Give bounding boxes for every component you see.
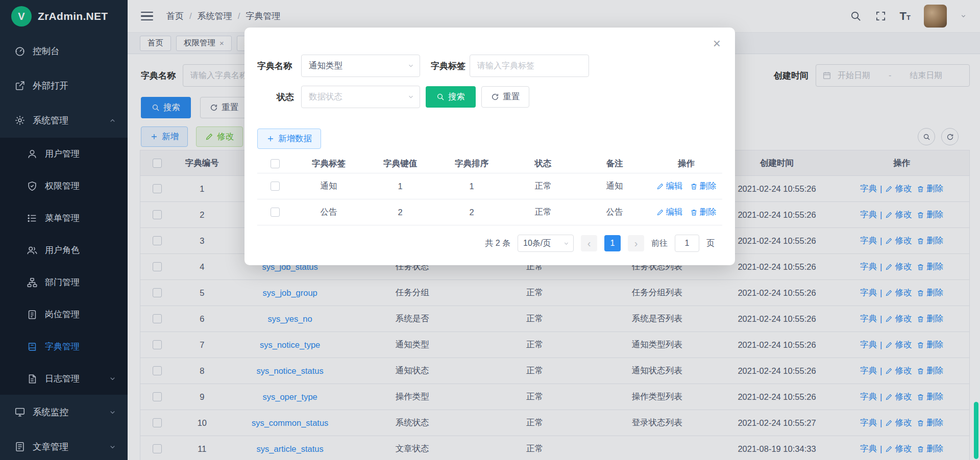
pagination: 共 2 条 10条/页 ‹ 1 › 前往 页 bbox=[257, 235, 715, 252]
modal-reset-button[interactable]: 重置 bbox=[481, 86, 529, 108]
chevron-down-icon bbox=[563, 240, 570, 247]
status-label: 状态 bbox=[257, 91, 294, 103]
goto-page-input[interactable] bbox=[675, 235, 699, 252]
dict-sort-cell: 2 bbox=[436, 199, 507, 225]
status-placeholder: 数据状态 bbox=[309, 91, 342, 103]
row-edit-link[interactable]: 编辑 bbox=[656, 207, 683, 218]
remark-cell: 通知 bbox=[579, 173, 650, 199]
search-icon bbox=[436, 93, 445, 101]
table-row: 通知 1 1 正常 通知 编辑 删除 bbox=[257, 173, 722, 199]
refresh-icon bbox=[491, 93, 499, 101]
chevron-down-icon bbox=[407, 62, 414, 69]
dict-label-cell: 公告 bbox=[293, 199, 364, 225]
header-dict-label: 字典标签 bbox=[293, 154, 364, 173]
remark-cell: 公告 bbox=[579, 199, 650, 225]
header-actions: 操作 bbox=[650, 154, 722, 173]
dict-data-dialog: × 字典名称 通知类型 字典标签 状态 数据状态 搜索 重置 新增数据 字典标 bbox=[244, 28, 735, 265]
pencil-icon bbox=[656, 209, 664, 216]
dict-name-selected-value: 通知类型 bbox=[309, 60, 342, 71]
trash-icon bbox=[690, 209, 698, 216]
row-checkbox[interactable] bbox=[271, 208, 280, 217]
page-unit-label: 页 bbox=[706, 238, 715, 249]
plus-icon bbox=[266, 135, 275, 143]
pencil-icon bbox=[656, 183, 664, 190]
dict-data-table: 字典标签 字典键值 字典排序 状态 备注 操作 通知 1 1 正常 通知 编辑 bbox=[257, 154, 722, 225]
trash-icon bbox=[690, 183, 698, 190]
dict-label-cell: 通知 bbox=[293, 173, 364, 199]
status-cell: 正常 bbox=[507, 199, 579, 225]
header-dict-value: 字典键值 bbox=[364, 154, 436, 173]
prev-page-button[interactable]: ‹ bbox=[581, 235, 597, 251]
page-size-value: 10条/页 bbox=[523, 238, 551, 249]
pagination-total: 共 2 条 bbox=[485, 238, 510, 249]
page-size-select[interactable]: 10条/页 bbox=[518, 235, 574, 252]
row-edit-link[interactable]: 编辑 bbox=[656, 181, 683, 192]
dict-label-input[interactable] bbox=[470, 55, 589, 77]
scrollbar-thumb[interactable] bbox=[974, 402, 978, 459]
dict-name-select[interactable]: 通知类型 bbox=[301, 55, 420, 77]
header-dict-sort: 字典排序 bbox=[436, 154, 507, 173]
next-page-button[interactable]: › bbox=[628, 235, 644, 251]
header-remark: 备注 bbox=[579, 154, 650, 173]
dict-value-cell: 2 bbox=[364, 199, 436, 225]
status-cell: 正常 bbox=[507, 173, 579, 199]
modal-filter-row-2: 状态 数据状态 搜索 重置 bbox=[257, 86, 722, 108]
add-data-button[interactable]: 新增数据 bbox=[257, 129, 321, 149]
close-icon[interactable]: × bbox=[713, 37, 721, 50]
dict-sort-cell: 1 bbox=[436, 173, 507, 199]
modal-filter-row-1: 字典名称 通知类型 字典标签 bbox=[257, 55, 722, 77]
header-status: 状态 bbox=[507, 154, 579, 173]
select-all-checkbox[interactable] bbox=[271, 159, 280, 168]
current-page-button[interactable]: 1 bbox=[604, 235, 621, 251]
goto-label: 前往 bbox=[651, 238, 668, 249]
status-select[interactable]: 数据状态 bbox=[301, 86, 420, 108]
modal-search-button[interactable]: 搜索 bbox=[426, 86, 476, 108]
table-header-row: 字典标签 字典键值 字典排序 状态 备注 操作 bbox=[257, 154, 722, 173]
row-checkbox[interactable] bbox=[271, 182, 280, 191]
actions-cell: 编辑 删除 bbox=[650, 199, 722, 225]
row-delete-link[interactable]: 删除 bbox=[690, 181, 717, 192]
row-delete-link[interactable]: 删除 bbox=[690, 207, 717, 218]
dict-label-label: 字典标签 bbox=[429, 60, 465, 72]
chevron-down-icon bbox=[407, 93, 414, 100]
dict-value-cell: 1 bbox=[364, 173, 436, 199]
dict-name-label: 字典名称 bbox=[257, 60, 294, 72]
table-row: 公告 2 2 正常 公告 编辑 删除 bbox=[257, 199, 722, 225]
actions-cell: 编辑 删除 bbox=[650, 173, 722, 199]
